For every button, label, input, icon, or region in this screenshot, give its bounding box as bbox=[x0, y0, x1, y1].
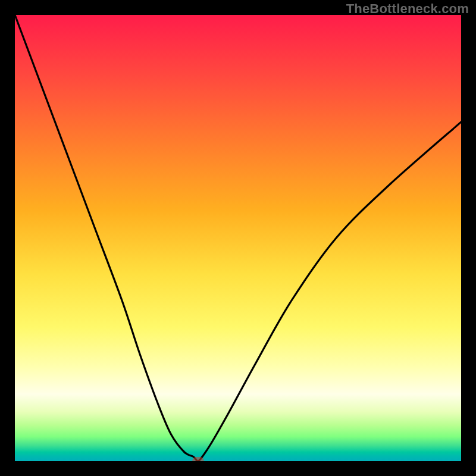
bottleneck-curve bbox=[15, 15, 461, 461]
chart-frame: TheBottleneck.com bbox=[0, 0, 476, 476]
watermark-text: TheBottleneck.com bbox=[346, 1, 469, 17]
plot-area bbox=[15, 15, 461, 461]
bottleneck-marker bbox=[192, 457, 204, 461]
